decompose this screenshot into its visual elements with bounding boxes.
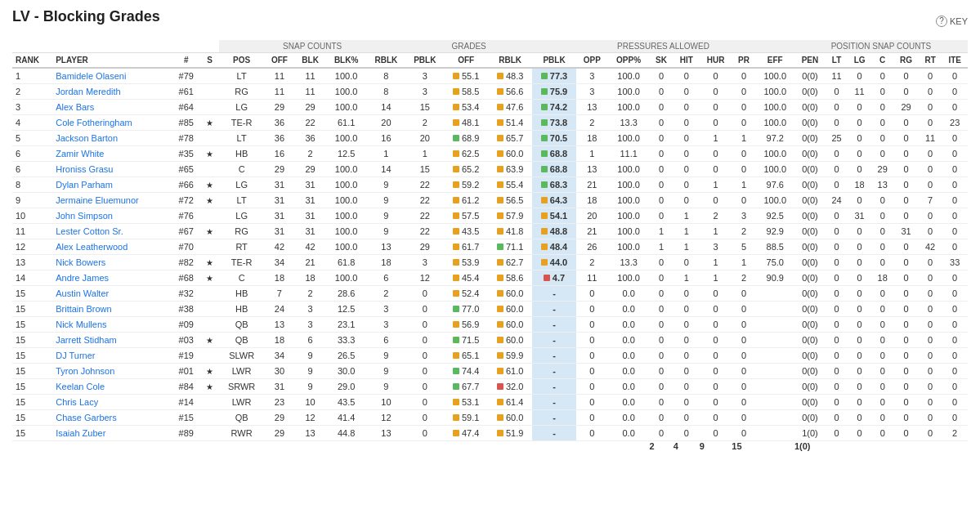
grade-value: 63.9 (506, 164, 523, 174)
player-name-link[interactable]: Austin Walter (56, 288, 109, 298)
grade-dot (453, 166, 459, 172)
player-name-link[interactable]: Chris Lacy (56, 397, 98, 407)
table-row: 8Dylan Parham#66★LG3131100.092259.255.46… (12, 177, 968, 193)
table-row: 2Jordan Meredith#61RG1111100.08358.556.6… (12, 84, 968, 100)
player-name-link[interactable]: Andre James (56, 273, 109, 283)
grade-value: 56.9 (462, 320, 479, 329)
player-name-link[interactable]: Nick Bowers (56, 257, 105, 267)
star-cell (200, 100, 219, 115)
grade-dot (453, 259, 459, 266)
star-cell (200, 239, 219, 255)
grade-value: 62.7 (506, 257, 523, 267)
rblk-grade-cell: 60.0 (488, 317, 532, 333)
col-blkpct: BLK% (326, 53, 367, 69)
grade-dot (453, 337, 459, 343)
grade-dot (497, 383, 503, 390)
grade-value: 48.3 (506, 71, 523, 81)
rblk-grade-cell: 51.4 (488, 115, 532, 131)
rblk-grade-cell: 60.0 (488, 286, 532, 302)
grade-dot (497, 88, 503, 95)
off-grade-cell: 53.4 (444, 100, 488, 115)
player-name-link[interactable]: Isaiah Zuber (56, 428, 105, 438)
star-cell (200, 317, 219, 333)
col-hur: HUR (700, 53, 732, 69)
col-eff: EFF (756, 53, 794, 69)
player-name-link[interactable]: Cole Fotheringham (56, 118, 132, 127)
grade-badge: 57.9 (497, 211, 523, 221)
grade-value: 71.1 (506, 242, 523, 252)
totals-empty3 (826, 441, 968, 452)
table-row: 6Zamir White#35★HB16212.51162.560.068.81… (12, 146, 968, 162)
group-empty (12, 40, 219, 53)
off-grade-cell: 58.5 (444, 84, 488, 100)
player-name-link[interactable]: Jackson Barton (56, 133, 118, 143)
table-row: 15Isaiah Zuber#89RWR291344.813047.451.9-… (12, 426, 968, 441)
grade-badge: 61.7 (453, 242, 479, 252)
grade-badge: 62.7 (497, 257, 523, 267)
grade-badge: 71.1 (497, 242, 523, 252)
grade-dot (497, 337, 503, 343)
player-name-link[interactable]: Chase Garbers (56, 413, 117, 422)
player-name-link[interactable]: Lester Cotton Sr. (56, 226, 123, 236)
player-name-link[interactable]: Brittain Brown (56, 304, 111, 314)
grade-value: 60.0 (506, 304, 523, 314)
key-button[interactable]: ? KEY (936, 16, 968, 27)
player-name-link[interactable]: Dylan Parham (56, 180, 113, 190)
player-name-link[interactable]: Keelan Cole (56, 382, 105, 391)
grade-value: 60.0 (506, 320, 523, 329)
star-cell (200, 84, 219, 100)
off-grade-cell: 67.7 (444, 379, 488, 395)
grade-dot (497, 321, 503, 328)
player-name-link[interactable]: John Simpson (56, 211, 113, 221)
player-name-link[interactable]: Jordan Meredith (56, 87, 121, 96)
player-name-link[interactable]: Jermaine Eluemunor (56, 195, 139, 205)
grade-dot (453, 399, 459, 405)
star-icon: ★ (206, 274, 213, 283)
table-row: 10John Simpson#76LG3131100.092257.557.95… (12, 208, 968, 224)
grade-value: 65.2 (462, 164, 479, 174)
grade-value: 54.1 (550, 211, 567, 221)
player-name-link[interactable]: Jarrett Stidham (56, 335, 117, 345)
grade-dot (497, 368, 503, 374)
player-name-link[interactable]: Nick Mullens (56, 320, 106, 329)
player-name-link[interactable]: DJ Turner (56, 351, 95, 360)
grade-dot (453, 290, 459, 297)
player-name-link[interactable]: Hroniss Grasu (56, 164, 113, 174)
grade-dot (497, 197, 503, 203)
grade-value: 61.7 (462, 242, 479, 252)
grade-badge: 53.4 (453, 102, 479, 112)
table-row: 15Nick Mullens#09QB13323.13056.960.0-00.… (12, 317, 968, 333)
grade-badge: 60.0 (497, 149, 523, 159)
grade-badge: 74.4 (453, 366, 479, 376)
col-lt: LT (826, 53, 848, 69)
grade-badge: 60.0 (497, 320, 523, 329)
table-row: 14Andre James#68★C1818100.061245.458.64.… (12, 270, 968, 286)
col-opp: OPP (576, 53, 608, 69)
player-name-link[interactable]: Zamir White (56, 149, 104, 159)
grade-badge: 60.0 (497, 413, 523, 422)
off-grade-cell: 65.2 (444, 162, 488, 177)
star-cell (200, 208, 219, 224)
col-off: OFF (264, 53, 294, 69)
grade-badge: 53.9 (453, 257, 479, 267)
player-name-link[interactable]: Alex Leatherwood (56, 242, 128, 252)
grade-dot (453, 244, 459, 250)
grade-badge: 77.0 (453, 304, 479, 314)
player-name-link[interactable]: Alex Bars (56, 102, 94, 112)
off-grade-cell: 74.4 (444, 364, 488, 379)
col-pr: PR (732, 53, 755, 69)
off-grade-cell: 52.4 (444, 286, 488, 302)
grade-value: 59.1 (462, 413, 479, 422)
pblk-grade-cell: - (532, 348, 576, 364)
grade-dot (453, 430, 459, 436)
grade-badge: 47.4 (453, 428, 479, 438)
grade-value: 55.1 (462, 71, 479, 81)
col-sk: SK (649, 53, 673, 69)
player-name-link[interactable]: Tyron Johnson (56, 366, 114, 376)
star-icon: ★ (206, 227, 213, 236)
grade-value: 51.9 (506, 428, 523, 438)
grade-value: 55.4 (506, 180, 523, 190)
off-grade-cell: 62.5 (444, 146, 488, 162)
grade-badge: 54.1 (541, 211, 567, 221)
player-name-link[interactable]: Bamidele Olaseni (56, 71, 126, 81)
